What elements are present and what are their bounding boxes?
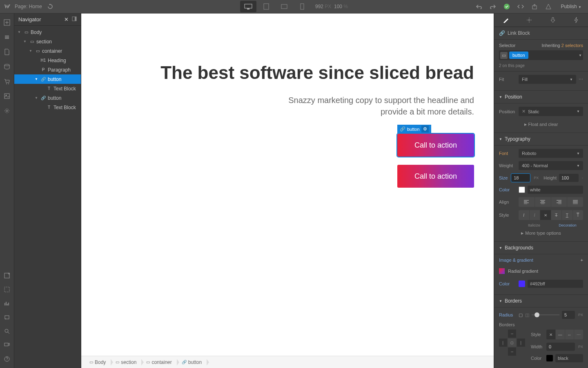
radius-input[interactable]	[562, 311, 575, 319]
border-bottom-icon[interactable]: ─	[508, 348, 516, 356]
tree-item-section[interactable]: ▼▭section	[14, 37, 81, 46]
underline-icon[interactable]: T	[562, 210, 572, 220]
border-dashed-icon[interactable]: --	[565, 330, 574, 339]
inheriting-link[interactable]: 2 selectors	[561, 43, 583, 48]
export-icon[interactable]	[530, 2, 539, 11]
text-color-swatch[interactable]	[519, 186, 525, 193]
tree-item-body[interactable]: ▼▭Body	[14, 27, 81, 37]
breadcrumb-button[interactable]: 🔗 button	[177, 358, 207, 367]
float-clear-toggle[interactable]: ▶Float and clear	[499, 119, 583, 129]
fit-dropdown[interactable]: Fill▼	[519, 75, 576, 84]
bg-color-value[interactable]: #492bff	[528, 280, 583, 288]
cms-icon[interactable]	[3, 63, 11, 71]
viewport-tablet-icon[interactable]	[258, 1, 274, 12]
tree-item-text-block[interactable]: TText Block	[14, 103, 81, 112]
border-none-icon[interactable]: ✕	[546, 330, 555, 339]
border-dotted-icon[interactable]: ⋯	[574, 330, 583, 339]
chevron-down-icon[interactable]: ▼	[579, 54, 582, 57]
help-icon[interactable]	[3, 355, 11, 363]
status-ok-icon[interactable]	[502, 2, 512, 11]
position-section-header[interactable]: ▼Position	[494, 91, 588, 103]
align-justify-icon[interactable]	[567, 197, 583, 207]
align-right-icon[interactable]	[551, 197, 567, 207]
border-side-selector[interactable]: ─ │▢│ ─	[499, 330, 525, 356]
pages-icon[interactable]	[3, 33, 11, 41]
page-icon[interactable]	[3, 48, 11, 56]
gear-icon[interactable]: ⚙	[421, 126, 429, 132]
selector-input[interactable]: ▭ button ▼	[499, 50, 583, 60]
add-element-icon[interactable]	[3, 18, 11, 27]
border-solid-icon[interactable]: —	[556, 330, 565, 339]
tree-item-button[interactable]: ▼🔗button	[14, 93, 81, 103]
add-background-icon[interactable]: +	[581, 258, 583, 263]
border-right-icon[interactable]: │	[517, 339, 525, 347]
decoration-none-icon[interactable]: ✕	[540, 210, 551, 220]
typography-section-header[interactable]: ▼Typography	[494, 133, 588, 146]
close-icon[interactable]: ✕	[64, 16, 69, 22]
text-color-value[interactable]: white	[528, 186, 583, 194]
viewport-desktop-icon[interactable]	[240, 1, 256, 12]
bg-color-swatch[interactable]	[519, 280, 525, 287]
canvas-heading[interactable]: The best software since sliced bread	[160, 63, 474, 83]
borders-section-header[interactable]: ▼Borders	[494, 295, 588, 307]
search-icon[interactable]	[3, 327, 11, 335]
dock-icon[interactable]	[72, 16, 77, 22]
height-input[interactable]	[559, 174, 579, 182]
align-left-icon[interactable]	[519, 197, 535, 207]
cta-button-2[interactable]: Call to action	[397, 165, 474, 188]
breadcrumb-section[interactable]: ▭ section	[111, 358, 141, 367]
selector-tag[interactable]: button	[509, 52, 528, 59]
effects-tab-icon[interactable]	[570, 14, 582, 26]
radius-all-icon[interactable]: ▢	[519, 312, 523, 318]
gradient-item[interactable]: Radial gradient	[499, 266, 583, 276]
navigator-toggle-icon[interactable]	[3, 272, 11, 280]
style-tab-icon[interactable]	[500, 14, 512, 26]
page-name[interactable]: Home	[29, 4, 42, 9]
ecommerce-icon[interactable]	[3, 77, 11, 85]
cta-button-1[interactable]: Call to action	[397, 134, 474, 157]
border-color-value[interactable]: black	[555, 354, 583, 362]
tree-item-text-block[interactable]: TText Block	[14, 84, 81, 93]
viewport-tablet-landscape-icon[interactable]	[276, 1, 292, 12]
radius-slider[interactable]	[532, 314, 559, 315]
canvas-paragraph[interactable]: Snazzy marketing copy to support the hea…	[262, 94, 474, 117]
tree-item-heading[interactable]: H1Heading	[14, 56, 81, 65]
video-icon[interactable]	[3, 313, 11, 321]
tree-item-button[interactable]: ▼🔗button	[14, 74, 81, 84]
backgrounds-section-header[interactable]: ▼Backgrounds	[494, 242, 588, 254]
webflow-logo-icon[interactable]	[3, 2, 11, 11]
refresh-icon[interactable]	[45, 2, 55, 11]
border-left-icon[interactable]: │	[499, 339, 507, 347]
tree-item-container[interactable]: ▼▭container	[14, 46, 81, 56]
strikethrough-icon[interactable]: T	[551, 210, 562, 220]
settings-tab-icon[interactable]	[523, 14, 535, 26]
height-unit[interactable]: -	[582, 176, 583, 180]
border-width-input[interactable]	[546, 343, 575, 351]
settings-icon[interactable]	[3, 107, 11, 115]
align-center-icon[interactable]	[535, 197, 551, 207]
weight-dropdown[interactable]: 400 - Normal▼	[519, 161, 583, 170]
tree-item-paragraph[interactable]: PParagraph	[14, 65, 81, 74]
canvas[interactable]: The best software since sliced bread Sna…	[81, 13, 494, 368]
viewport-mobile-icon[interactable]	[294, 1, 310, 12]
publish-button[interactable]: Publish ▼	[557, 2, 585, 11]
undo-icon[interactable]	[474, 2, 484, 11]
italic-icon[interactable]: I	[519, 210, 529, 220]
border-top-icon[interactable]: ─	[508, 330, 516, 338]
interactions-tab-icon[interactable]	[547, 14, 559, 26]
overline-icon[interactable]: T	[573, 210, 584, 220]
size-unit[interactable]: PX	[534, 176, 539, 180]
breadcrumb-body[interactable]: ▭ Body	[85, 358, 111, 367]
code-icon[interactable]	[516, 2, 526, 11]
assets-icon[interactable]	[3, 92, 11, 100]
tutorial-icon[interactable]	[3, 341, 11, 349]
size-input[interactable]	[511, 173, 530, 182]
guides-icon[interactable]	[3, 285, 11, 294]
radius-individual-icon[interactable]: ◫	[525, 312, 529, 318]
border-all-icon[interactable]: ▢	[508, 339, 516, 347]
position-dropdown[interactable]: ✕Static▼	[519, 107, 583, 116]
breadcrumb-container[interactable]: ▭ container	[141, 358, 176, 367]
italic-off-icon[interactable]: I	[530, 210, 540, 220]
redo-icon[interactable]	[488, 2, 498, 11]
audit-icon[interactable]	[543, 2, 553, 11]
